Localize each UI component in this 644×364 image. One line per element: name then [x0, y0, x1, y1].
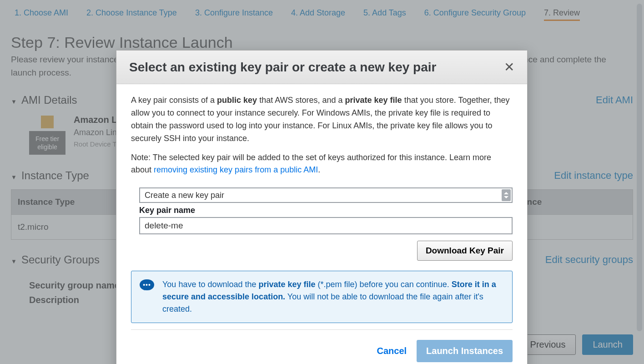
cancel-button[interactable]: Cancel: [377, 346, 407, 356]
svg-marker-1: [504, 196, 508, 198]
key-pair-select[interactable]: Create a new key pair: [139, 187, 513, 203]
svg-marker-0: [504, 192, 508, 194]
select-value: Create a new key pair: [145, 191, 224, 200]
remove-keypair-link[interactable]: removing existing key pairs from a publi…: [154, 165, 318, 174]
divider: [131, 329, 513, 330]
key-pair-name-label: Key pair name: [139, 206, 513, 215]
chevron-updown-icon: [502, 189, 511, 201]
launch-instances-button[interactable]: Launch Instances: [417, 340, 513, 362]
modal-title: Select an existing key pair or create a …: [129, 60, 436, 75]
modal-paragraph-keypair: A key pair consists of a public key that…: [131, 94, 513, 145]
key-pair-name-input[interactable]: [139, 217, 513, 234]
key-pair-modal: Select an existing key pair or create a …: [116, 50, 528, 364]
download-key-pair-button[interactable]: Download Key Pair: [417, 241, 513, 261]
speech-bubble-icon: •••: [140, 279, 155, 292]
close-icon[interactable]: ✕: [504, 60, 514, 75]
download-warning-box: ••• You have to download the private key…: [131, 271, 513, 323]
modal-paragraph-note: Note: The selected key pair will be adde…: [131, 152, 513, 177]
